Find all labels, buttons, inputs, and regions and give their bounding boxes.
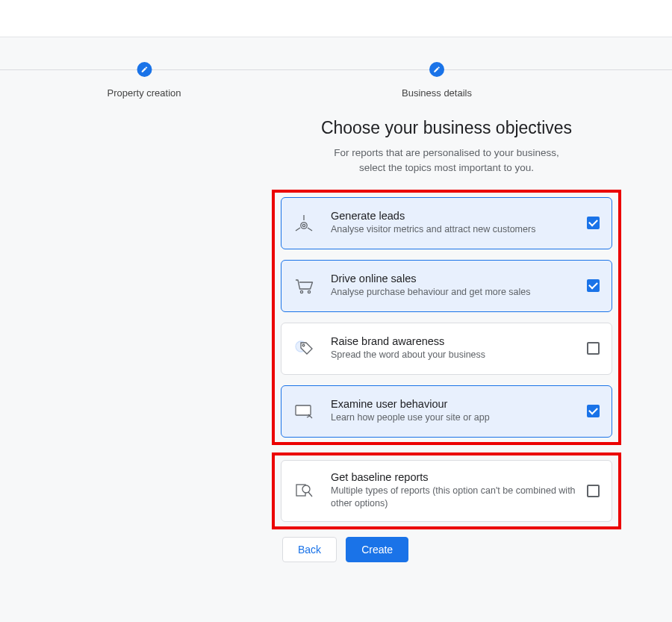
stepper: Property creation Business details — [0, 37, 672, 97]
stepper-line — [0, 69, 672, 70]
step-label: Business details — [402, 87, 472, 99]
subhead-line1: For reports that are personalised to you… — [334, 147, 559, 158]
objective-title: Get baseline reports — [331, 471, 578, 483]
report-magnify-icon — [293, 480, 314, 501]
monitor-icon — [293, 401, 314, 422]
main-content: Choose your business objectives For repo… — [282, 118, 611, 562]
svg-point-6 — [308, 290, 310, 293]
subhead-line2: select the topics most important to you. — [359, 162, 534, 173]
objective-examine-user-behaviour[interactable]: Examine user behaviour Learn how people … — [281, 385, 612, 438]
objective-title: Generate leads — [331, 210, 578, 222]
tag-icon — [293, 338, 314, 359]
svg-point-1 — [302, 224, 305, 226]
checkbox-unchecked-icon[interactable] — [587, 485, 600, 497]
objective-desc: Spread the word about your business — [331, 349, 578, 362]
objective-generate-leads[interactable]: Generate leads Analyse visitor metrics a… — [281, 197, 612, 249]
checkbox-unchecked-icon[interactable] — [587, 342, 600, 355]
objective-desc: Analyse visitor metrics and attract new … — [331, 223, 578, 237]
checkbox-checked-icon[interactable] — [587, 217, 600, 229]
svg-point-11 — [302, 485, 310, 493]
back-button[interactable]: Back — [282, 537, 337, 562]
objective-title: Drive online sales — [331, 273, 578, 284]
svg-line-3 — [296, 228, 300, 231]
pencil-icon — [137, 62, 152, 77]
leads-icon — [293, 213, 314, 234]
objective-raise-brand-awareness[interactable]: Raise brand awareness Spread the word ab… — [281, 323, 612, 375]
objective-desc: Learn how people use your site or app — [331, 411, 578, 425]
objective-drive-online-sales[interactable]: Drive online sales Analyse purchase beha… — [281, 260, 612, 312]
svg-point-0 — [301, 222, 307, 228]
cart-icon — [293, 276, 314, 296]
page-title: Choose your business objectives — [282, 118, 611, 138]
objectives-highlight: Generate leads Analyse visitor metrics a… — [272, 190, 621, 445]
svg-rect-9 — [296, 405, 311, 415]
step-business-details[interactable]: Business details — [402, 62, 472, 99]
objective-title: Examine user behaviour — [331, 398, 578, 410]
top-bar — [0, 0, 672, 37]
checkbox-checked-icon[interactable] — [587, 405, 600, 417]
page-subtitle: For reports that are personalised to you… — [282, 146, 611, 176]
objective-desc: Multiple types of reports (this option c… — [331, 485, 578, 511]
checkbox-checked-icon[interactable] — [587, 279, 600, 292]
svg-line-12 — [308, 492, 312, 497]
step-property-creation[interactable]: Property creation — [108, 62, 181, 99]
svg-line-4 — [308, 228, 312, 231]
step-label: Property creation — [108, 87, 181, 99]
objective-get-baseline-reports[interactable]: Get baseline reports Multiple types of r… — [281, 460, 612, 522]
objective-title: Raise brand awareness — [331, 335, 578, 347]
button-row: Back Create — [282, 537, 611, 562]
objective-desc: Analyse purchase behaviour and get more … — [331, 286, 578, 299]
pencil-icon — [429, 62, 444, 77]
svg-point-5 — [300, 290, 302, 293]
baseline-highlight: Get baseline reports Multiple types of r… — [272, 452, 621, 529]
create-button[interactable]: Create — [346, 537, 408, 562]
